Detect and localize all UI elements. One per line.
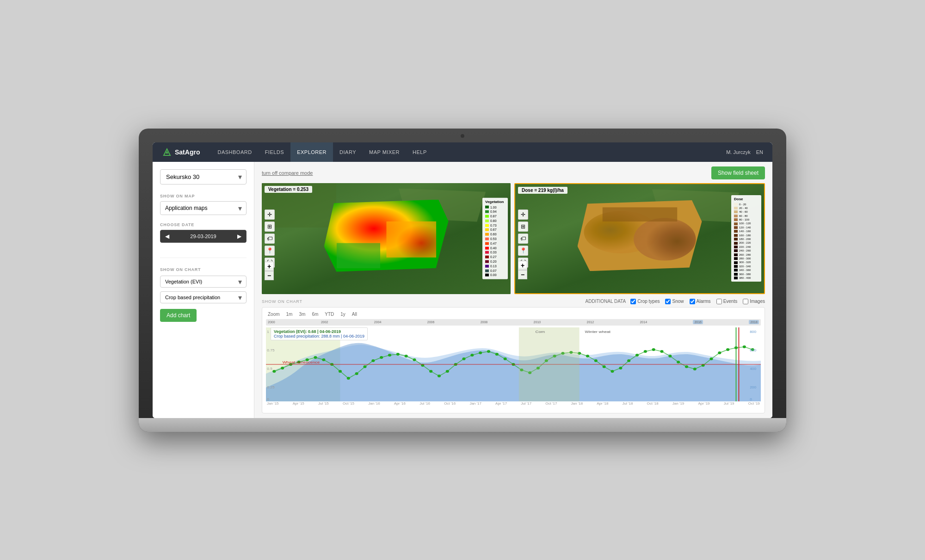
x-label: Apr '17	[495, 401, 507, 406]
date-prev-button[interactable]: ◀	[160, 230, 174, 242]
events-checkbox[interactable]: Events	[716, 299, 738, 304]
svg-rect-4	[336, 243, 380, 268]
svg-text:400: 400	[750, 367, 756, 370]
dose-legend-item: 160 - 180	[734, 234, 758, 237]
legend-item: 1.00	[485, 205, 505, 209]
dose-legend-item: 380 - 400	[734, 276, 758, 280]
nav-fields[interactable]: FIELDS	[259, 142, 291, 162]
x-label: Jan '18	[571, 401, 583, 406]
chart-body: Wheat senescence Corn Winter wheat Winte…	[266, 327, 761, 401]
chart-area: Zoom 1m 3m 6m YTD 1y All 200020022004200…	[262, 307, 765, 413]
svg-text:0.75: 0.75	[267, 348, 274, 352]
user-name[interactable]: M. Jurczyk	[726, 149, 751, 155]
nav-explorer[interactable]: EXPLORER	[290, 142, 333, 162]
svg-text:1: 1	[267, 330, 269, 333]
show-on-chart-label: SHOW ON CHART	[160, 267, 247, 272]
field-select-wrapper: Sekursko 30 ▾	[160, 169, 247, 185]
navbar: SatAgro DASHBOARD FIELDS EXPLORER DIARY …	[153, 142, 772, 162]
grid-icon[interactable]: ⊞	[265, 222, 275, 232]
dose-legend-item: 180 - 200	[734, 237, 758, 241]
compare-mode-link[interactable]: turn off compare mode	[262, 170, 313, 176]
right-map-legend: Dose 0 - 20 20 - 40 40 - 60 60 - 80 80 -…	[731, 195, 761, 282]
map-type-wrapper: Application maps ▾	[160, 201, 247, 215]
date-next-button[interactable]: ▶	[233, 230, 246, 242]
crop-types-checkbox[interactable]: Crop types	[630, 299, 660, 304]
right-zoom-out-button[interactable]: −	[518, 270, 527, 279]
dosemap-svg	[578, 200, 702, 271]
x-label: Oct '15	[343, 401, 354, 406]
timeline-bar[interactable]: 2000200220042006200820102012201420162018	[266, 319, 761, 326]
choose-date-label: CHOOSE DATE	[160, 222, 247, 227]
dose-legend-item: 140 - 160	[734, 229, 758, 233]
zoom-all[interactable]: All	[350, 311, 359, 317]
move-icon[interactable]: ✛	[265, 209, 275, 220]
right-move-icon[interactable]: ✛	[518, 209, 528, 220]
legend-item: 0.33	[485, 250, 505, 255]
chart-header: SHOW ON CHART ADDITIONAL DATA Crop types…	[262, 299, 765, 304]
images-checkbox[interactable]: Images	[743, 299, 765, 304]
svg-text:Wheat senescence: Wheat senescence	[283, 360, 320, 364]
chart-type1-wrapper: Vegetation (EVI) ▾	[160, 276, 247, 288]
right-zoom-in-button[interactable]: +	[518, 261, 527, 270]
left-map-zoom: + −	[265, 262, 274, 280]
map-type-select[interactable]: Application maps	[160, 201, 247, 215]
map-section: turn off compare mode Show field sheet V…	[254, 162, 772, 294]
choose-date-section: CHOOSE DATE ◀ 29-03-2019 ▶	[160, 222, 247, 243]
dose-legend-item: 200 - 220	[734, 241, 758, 245]
satagro-logo-icon	[162, 147, 172, 157]
date-value: 29-03-2019	[174, 231, 233, 242]
chart-type1-select[interactable]: Vegetation (EVI)	[160, 276, 247, 288]
zoom-label: Zoom	[266, 311, 282, 317]
zoom-out-button[interactable]: −	[265, 271, 274, 280]
left-map-legend: Vegetation 1.00 0.94 0.87 0.80 0.73 0.67…	[482, 197, 508, 279]
location-icon[interactable]: 📍	[265, 246, 275, 256]
x-label: Apr '19	[698, 401, 709, 406]
chart-type2-select[interactable]: Crop based precipitation	[160, 291, 247, 303]
date-navigator: ◀ 29-03-2019 ▶	[160, 230, 247, 243]
lang-selector[interactable]: EN	[756, 149, 763, 155]
left-map-controls: ✛ ⊞ 🏷 📍 ⛶	[265, 209, 275, 268]
nav-diary[interactable]: DIARY	[333, 142, 363, 162]
right-location-icon[interactable]: 📍	[518, 246, 528, 256]
zoom-3m[interactable]: 3m	[297, 311, 307, 317]
zoom-ytd[interactable]: YTD	[323, 311, 336, 317]
nav-help[interactable]: HELP	[406, 142, 433, 162]
zoom-6m[interactable]: 6m	[310, 311, 320, 317]
precip-tooltip-value: Crop based precipitation: 288.8 mm | 04-…	[274, 334, 364, 338]
right-map-panel: Dose = 219 kg(l)/ha	[514, 183, 765, 294]
chart-zoom-bar: Zoom 1m 3m 6m YTD 1y All	[266, 311, 761, 317]
right-map-zoom: + −	[518, 261, 527, 279]
legend-item: 0.13	[485, 264, 505, 268]
map-header: turn off compare mode Show field sheet	[262, 166, 765, 179]
right-tag-icon[interactable]: 🏷	[518, 234, 528, 244]
left-map-panel: Vegetation = 0.253	[262, 183, 511, 294]
dose-legend-item: 20 - 40	[734, 206, 758, 210]
x-label: Oct '18	[647, 401, 659, 406]
dose-legend-item: 0 - 20	[734, 203, 758, 206]
alarms-checkbox[interactable]: Alarms	[690, 299, 711, 304]
add-chart-button[interactable]: Add chart	[160, 309, 197, 322]
snow-checkbox[interactable]: Snow	[665, 299, 684, 304]
laptop-frame: SatAgro DASHBOARD FIELDS EXPLORER DIARY …	[139, 129, 786, 432]
x-label: Jan '17	[469, 401, 481, 406]
x-label: Jan '15	[267, 401, 279, 406]
dose-legend-item: 260 - 280	[734, 253, 758, 257]
zoom-1y[interactable]: 1y	[339, 311, 347, 317]
legend-item: 0.87	[485, 214, 505, 219]
right-grid-icon[interactable]: ⊞	[518, 222, 528, 232]
nav-mapmixer[interactable]: MAP MIXER	[363, 142, 406, 162]
dose-legend-item: 340 - 360	[734, 268, 758, 272]
sidebar-top: Sekursko 30 ▾ SHOW ON MAP Application ma…	[160, 169, 247, 258]
show-field-sheet-button[interactable]: Show field sheet	[711, 166, 765, 179]
nav-dashboard[interactable]: DASHBOARD	[211, 142, 258, 162]
evi-tooltip-value: Vegetation (EVI): 0.68 | 04-06-2019	[274, 329, 364, 334]
zoom-1m[interactable]: 1m	[284, 311, 295, 317]
legend-item: 0.07	[485, 268, 505, 273]
tag-icon[interactable]: 🏷	[265, 234, 275, 244]
legend-item: 0.53	[485, 237, 505, 241]
field-select[interactable]: Sekursko 30	[160, 169, 247, 185]
dose-legend-item: 80 - 100	[734, 218, 758, 222]
dose-legend-item: 360 - 380	[734, 272, 758, 276]
zoom-in-button[interactable]: +	[265, 262, 274, 271]
svg-rect-3	[386, 221, 436, 257]
